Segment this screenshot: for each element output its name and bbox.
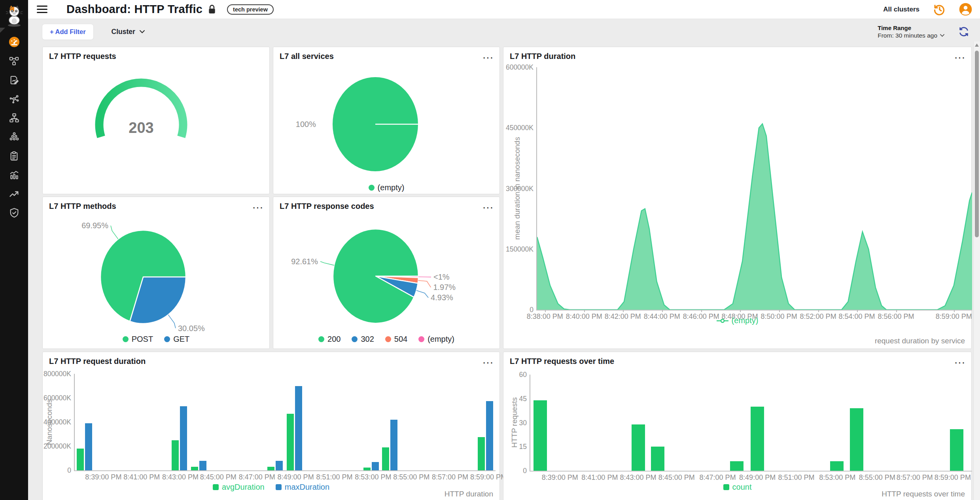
- sidebar-item-topology[interactable]: [0, 108, 28, 127]
- x-tick-label: 8:59:00 PM: [470, 473, 507, 481]
- bar-chart[interactable]: 0200000K400000K600000K800000K8:39:00 PM8…: [74, 374, 496, 471]
- refresh-icon[interactable]: [958, 26, 970, 38]
- sidebar-item-security[interactable]: [0, 203, 28, 222]
- bar-max-duration[interactable]: [199, 461, 206, 470]
- bar-avg-duration[interactable]: [77, 449, 84, 470]
- chart-caption: HTTP requests over time: [882, 490, 965, 498]
- bar-count[interactable]: [534, 400, 547, 471]
- legend-item[interactable]: avgDuration: [213, 483, 265, 492]
- clusters-icon: [9, 131, 20, 142]
- bar-count[interactable]: [632, 424, 645, 471]
- legend-item[interactable]: GET: [164, 335, 189, 344]
- time-range-control[interactable]: Time Range From: 30 minutes ago: [878, 25, 944, 39]
- add-filter-button[interactable]: + Add Filter: [42, 24, 93, 40]
- bar-avg-duration[interactable]: [382, 447, 389, 470]
- time-range-value: From: 30 minutes ago: [878, 32, 937, 39]
- x-tick-label: 8:45:00 PM: [658, 473, 695, 482]
- chart-caption: HTTP duration: [445, 490, 493, 498]
- scrollbar-up-arrow[interactable]: [975, 44, 979, 47]
- sidebar-item-flows[interactable]: [0, 70, 28, 89]
- pie-slice: [333, 229, 418, 323]
- x-tick-label: 8:57:00 PM: [897, 473, 933, 482]
- sidebar-item-metrics[interactable]: [0, 165, 28, 184]
- cluster-selector[interactable]: All clusters: [883, 6, 919, 13]
- active-section-notch: [0, 28, 5, 33]
- sidebar-item-dashboards[interactable]: [0, 32, 28, 51]
- bar-avg-duration[interactable]: [363, 468, 371, 470]
- panel-menu-button[interactable]: ...: [954, 353, 965, 366]
- legend-item[interactable]: 504: [385, 335, 407, 344]
- bar-avg-duration[interactable]: [267, 467, 274, 470]
- bar-max-duration[interactable]: [486, 401, 493, 470]
- area-chart[interactable]: 0150000K300000K450000K600000K8:38:00 PM8…: [536, 67, 972, 311]
- sitemap-icon: [9, 112, 20, 123]
- pie-chart[interactable]: 30.05%69.95%: [43, 197, 269, 348]
- x-tick-label: 8:49:00 PM: [739, 473, 776, 482]
- x-tick-mark: [701, 310, 702, 312]
- bar-max-duration[interactable]: [85, 423, 92, 470]
- sidebar-item-network-graph[interactable]: [0, 89, 28, 108]
- legend-item[interactable]: count: [723, 483, 752, 492]
- legend-item[interactable]: maxDuration: [276, 483, 329, 492]
- bar-count[interactable]: [830, 461, 844, 471]
- bar-count[interactable]: [850, 408, 863, 471]
- bar-count[interactable]: [651, 447, 664, 471]
- panel-l7-http-response-codes: L7 HTTP response codes ... <1%1.97%4.93%…: [273, 197, 500, 349]
- panel-title: L7 HTTP duration: [510, 52, 575, 61]
- bar-avg-duration[interactable]: [191, 467, 198, 470]
- x-tick-mark: [818, 310, 819, 312]
- y-tick-label: 150000K: [506, 245, 534, 253]
- scrollbar-thumb[interactable]: [975, 51, 979, 237]
- chevron-down-icon: [940, 34, 944, 37]
- cluster-filter-label: Cluster: [112, 28, 135, 36]
- sidebar-item-service-map[interactable]: [0, 51, 28, 70]
- panel-title: L7 HTTP request duration: [49, 357, 146, 366]
- panel-menu-button[interactable]: ...: [954, 48, 965, 61]
- lock-icon: [208, 5, 216, 14]
- history-icon[interactable]: [933, 3, 946, 16]
- y-tick-label: 600000K: [506, 63, 534, 72]
- bar-max-duration[interactable]: [180, 406, 187, 470]
- user-avatar-icon[interactable]: [959, 3, 972, 16]
- gauge-value: 203: [129, 119, 153, 136]
- bar-count[interactable]: [950, 429, 963, 471]
- pie-percent-label: 100%: [296, 120, 316, 129]
- bar-avg-duration[interactable]: [478, 437, 485, 470]
- legend-item[interactable]: 200: [318, 335, 341, 344]
- legend-item[interactable]: POST: [123, 335, 153, 344]
- pie-percent-label: 92.61%: [291, 257, 318, 266]
- x-tick-label: 8:51:00 PM: [316, 473, 352, 481]
- legend-item[interactable]: (empty): [717, 316, 759, 325]
- bar-chart[interactable]: 0153045608:39:00 PM8:41:00 PM8:43:00 PM8…: [530, 375, 972, 472]
- pie-percent-label: 4.93%: [431, 293, 453, 302]
- x-tick-label: 8:49:00 PM: [278, 473, 314, 481]
- bar-max-duration[interactable]: [372, 462, 379, 470]
- y-tick-label: 15: [519, 443, 527, 451]
- x-tick-mark: [857, 310, 858, 312]
- sidebar-item-trends[interactable]: [0, 184, 28, 203]
- legend-item[interactable]: (empty): [369, 183, 405, 192]
- tech-preview-badge: tech preview: [227, 4, 274, 15]
- page-title: Dashboard: HTTP Traffic: [66, 3, 202, 16]
- bar-max-duration[interactable]: [276, 461, 283, 470]
- sidebar-item-clusters[interactable]: [0, 127, 28, 146]
- x-tick-mark: [740, 310, 741, 312]
- cluster-filter-dropdown[interactable]: Cluster: [112, 28, 145, 36]
- x-tick-mark: [545, 310, 546, 312]
- bar-avg-duration[interactable]: [172, 440, 179, 470]
- pie-chart[interactable]: <1%1.97%4.93%92.61%: [273, 197, 499, 348]
- bar-count[interactable]: [751, 407, 764, 471]
- menu-button[interactable]: [37, 6, 47, 13]
- x-tick-mark: [779, 310, 780, 312]
- y-tick-label: 60: [519, 371, 527, 379]
- panel-menu-button[interactable]: ...: [482, 353, 494, 366]
- legend-item[interactable]: (empty): [418, 335, 454, 344]
- bar-avg-duration[interactable]: [287, 414, 294, 470]
- legend-item[interactable]: 302: [352, 335, 374, 344]
- sidebar-item-policies[interactable]: [0, 146, 28, 165]
- bar-max-duration[interactable]: [295, 386, 302, 471]
- y-tick-label: 400000K: [44, 418, 71, 426]
- bar-count[interactable]: [730, 461, 744, 471]
- pie-chart[interactable]: 100%: [273, 47, 499, 194]
- bar-max-duration[interactable]: [390, 420, 397, 470]
